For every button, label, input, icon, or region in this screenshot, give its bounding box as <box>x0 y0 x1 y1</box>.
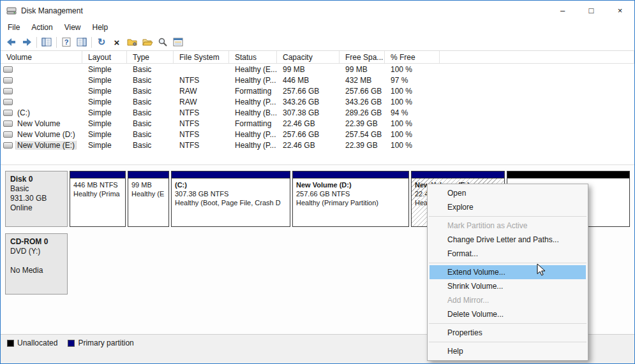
volume-row[interactable]: Simple Basic RAW Healthy (P... 343.26 GB… <box>1 96 634 107</box>
volume-icon <box>3 120 13 127</box>
volume-icon <box>3 110 13 116</box>
volume-icon <box>3 131 13 138</box>
toolbar: ? ↻ × <box>1 34 634 51</box>
primary-partition-swatch <box>68 340 75 347</box>
menu-item-explore[interactable]: Explore <box>428 200 588 214</box>
volume-icon <box>3 88 13 94</box>
column-header-layout[interactable]: Layout <box>82 51 127 63</box>
menu-item-delete-volume[interactable]: Delete Volume... <box>428 307 588 321</box>
toolbar-separator <box>36 37 37 48</box>
menu-item-format[interactable]: Format... <box>428 247 588 261</box>
menu-file[interactable]: File <box>2 22 26 33</box>
volume-list-header: Volume Layout Type File System Status Ca… <box>1 51 634 64</box>
menu-item-shrink-volume[interactable]: Shrink Volume... <box>428 279 588 293</box>
column-header-type[interactable]: Type <box>127 51 174 63</box>
unallocated-swatch <box>7 340 14 347</box>
menu-action[interactable]: Action <box>26 22 58 33</box>
menu-item-add-mirror: Add Mirror... <box>428 293 588 307</box>
minimize-button[interactable]: – <box>548 1 577 20</box>
legend-primary-partition: Primary partition <box>68 339 133 347</box>
svg-text:?: ? <box>64 38 69 46</box>
menu-item-change-drive-letter[interactable]: Change Drive Letter and Paths... <box>428 233 588 247</box>
disk-management-window: Disk Management – □ × File Action View H… <box>0 0 635 364</box>
volume-row-new-volume[interactable]: New Volume Simple Basic NTFS Formatting … <box>1 118 634 129</box>
export-list-icon[interactable] <box>170 35 186 49</box>
search-icon[interactable] <box>155 35 170 49</box>
menu-item-mark-partition-active: Mark Partition as Active <box>428 219 588 233</box>
volume-row-e-selected[interactable]: New Volume (E:) Simple Basic NTFS Health… <box>1 140 634 150</box>
volume-icon <box>3 142 13 149</box>
menu-item-open[interactable]: Open <box>428 186 588 200</box>
primary-partition-band <box>293 171 408 178</box>
primary-partition-band <box>70 171 125 178</box>
volume-icon <box>3 77 13 84</box>
unallocated-band <box>507 171 629 178</box>
primary-partition-band <box>172 171 290 178</box>
column-header-status[interactable]: Status <box>229 51 277 63</box>
folder-properties-icon[interactable] <box>124 35 140 49</box>
toolbar-separator <box>91 37 92 48</box>
volume-row[interactable]: Simple Basic Healthy (E... 99 MB 99 MB 1… <box>1 64 634 75</box>
volume-list: Volume Layout Type File System Status Ca… <box>1 51 634 164</box>
delete-volume-icon[interactable]: × <box>109 35 124 49</box>
menu-separator <box>429 342 586 342</box>
partition-446mb[interactable]: 446 MB NTFS Healthy (Prima <box>70 171 126 227</box>
show-action-pane-icon[interactable] <box>74 35 89 49</box>
show-console-tree-icon[interactable] <box>39 35 54 49</box>
back-icon[interactable] <box>4 35 19 49</box>
menu-separator <box>429 323 586 324</box>
volume-row-d[interactable]: New Volume (D:) Simple Basic NTFS Health… <box>1 129 634 140</box>
column-header-capacity[interactable]: Capacity <box>277 51 340 63</box>
volume-row[interactable]: Simple Basic NTFS Healthy (P... 446 MB 4… <box>1 75 634 85</box>
primary-partition-band <box>128 171 168 178</box>
menu-help[interactable]: Help <box>87 22 114 33</box>
open-folder-icon[interactable] <box>140 35 155 49</box>
title-bar: Disk Management – □ × <box>1 1 634 20</box>
cdrom-label-panel[interactable]: CD-ROM 0 DVD (Y:) No Media <box>5 233 68 295</box>
menu-item-properties[interactable]: Properties <box>428 326 588 340</box>
forward-icon[interactable] <box>19 35 34 49</box>
column-header-pct-free[interactable]: % Free <box>385 51 440 63</box>
volume-icon <box>3 99 13 105</box>
menu-separator <box>429 263 586 263</box>
partition-context-menu: Open Explore Mark Partition as Active Ch… <box>427 184 588 361</box>
column-header-file-system[interactable]: File System <box>174 51 229 63</box>
maximize-button[interactable]: □ <box>577 1 606 20</box>
refresh-icon[interactable]: ↻ <box>94 35 109 49</box>
column-header-volume[interactable]: Volume <box>1 51 82 63</box>
window-title: Disk Management <box>21 6 83 15</box>
volume-icon <box>3 66 13 73</box>
volume-row[interactable]: Simple Basic RAW Formatting 257.66 GB 25… <box>1 85 634 96</box>
volume-row-c[interactable]: (C:) Simple Basic NTFS Healthy (B... 307… <box>1 107 634 118</box>
close-button[interactable]: × <box>606 1 634 20</box>
partition-d[interactable]: New Volume (D:) 257.66 GB NTFS Healthy (… <box>292 171 409 227</box>
menu-item-extend-volume[interactable]: Extend Volume... <box>428 265 588 279</box>
legend-unallocated: Unallocated <box>7 339 57 347</box>
primary-partition-band <box>412 171 504 178</box>
partition-c[interactable]: (C:) 307.38 GB NTFS Healthy (Boot, Page … <box>171 171 290 227</box>
column-header-filler <box>440 51 634 63</box>
menu-bar: File Action View Help <box>1 20 634 34</box>
menu-view[interactable]: View <box>59 22 87 33</box>
disk0-label-panel[interactable]: Disk 0 Basic 931.30 GB Online <box>5 171 68 227</box>
toolbar-separator <box>56 37 57 48</box>
menu-separator <box>429 216 586 217</box>
menu-item-help[interactable]: Help <box>428 344 588 358</box>
help-icon[interactable]: ? <box>59 35 74 49</box>
app-icon <box>6 6 17 16</box>
partition-99mb[interactable]: 99 MB Healthy (E <box>128 171 169 227</box>
column-header-free-space[interactable]: Free Spa... <box>340 51 385 63</box>
